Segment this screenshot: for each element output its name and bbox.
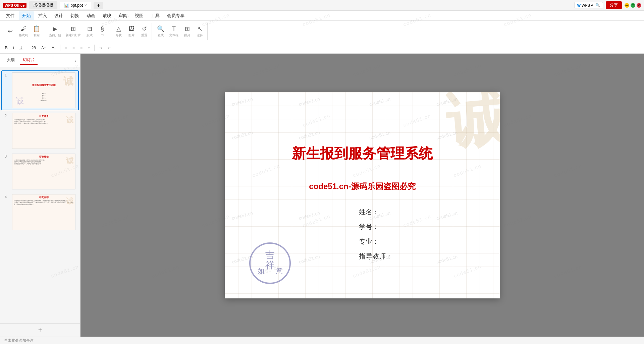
new-slide-button[interactable]: ⊞ 新建幻灯片: [64, 24, 83, 39]
reset-icon: ↺: [142, 25, 147, 33]
find-button[interactable]: 🔍 查找: [155, 24, 167, 39]
bold-button[interactable]: B: [3, 45, 10, 51]
slide-thumb-3: 研究现状 • 在国外较发达国家，用户身份识别与信息管理方面... • 国内许多高…: [12, 154, 75, 189]
separator-1: [27, 45, 27, 51]
menu-slideshow[interactable]: 放映: [99, 11, 115, 20]
slide-subtitle[interactable]: code51.cn-源码乐园盗图必究: [309, 181, 415, 192]
title-bar: WPS Office 找模板模板 📊 ppt.ppt ✕ + W WPS AI …: [0, 0, 644, 11]
arrange-button[interactable]: ⊞ 排列: [181, 24, 193, 39]
increase-font-button[interactable]: A+: [39, 45, 48, 51]
separator-3: [94, 45, 95, 51]
svg-text:如: 如: [258, 267, 264, 275]
paste-button[interactable]: 📋 粘贴: [31, 24, 43, 39]
notes-bar[interactable]: 单击此处添加备注: [0, 337, 644, 344]
new-slide-label: 新建幻灯片: [66, 33, 81, 38]
sidebar-tab-outline[interactable]: 大纲: [4, 56, 17, 64]
select-button[interactable]: ↖ 选择: [194, 24, 206, 39]
section-label: 节: [101, 33, 104, 38]
notes-placeholder[interactable]: 单击此处添加备注: [4, 338, 34, 343]
menu-view[interactable]: 视图: [131, 11, 147, 20]
template-tab-label: 找模板模板: [33, 2, 53, 8]
svg-text:吉: 吉: [265, 250, 275, 260]
toolbar: ↩ 🖌 格式刷 📋 粘贴 ▶ 当前开始 ⊞ 新建幻灯片 ⊟ 版式 § 节: [0, 21, 644, 42]
sidebar-tab-slides[interactable]: 幻灯片: [20, 56, 38, 65]
italic-button[interactable]: I: [11, 45, 16, 51]
arrange-icon: ⊞: [185, 25, 190, 33]
slide-number-4: 4: [5, 194, 10, 199]
align-right-button[interactable]: ≡: [78, 45, 85, 51]
select-label: 选择: [197, 33, 203, 38]
slide-info-fields[interactable]: 姓名： 学号： 专业： 指导教师：: [359, 205, 392, 264]
align-center-button[interactable]: ≡: [70, 45, 77, 51]
close-button[interactable]: ✕: [637, 3, 641, 8]
slide-item-4[interactable]: 4 研究内容 • 新生报到工作的需求分析和管理上的不同场景，新生报到服务管理系统…: [1, 192, 79, 232]
slide-canvas[interactable]: 诚 吉 祥 如 意 新生报到服务管理系统 code51.cn-源码乐园盗图必究 …: [225, 92, 500, 298]
textbox-icon: T: [172, 25, 176, 33]
menu-bar: 文件 开始 插入 设计 切换 动画 放映 审阅 视图 工具 会员专享: [0, 11, 644, 21]
picture-button[interactable]: 🖼 图片: [125, 24, 138, 39]
repeat-label: 重置: [141, 33, 147, 38]
decrease-font-button[interactable]: A-: [50, 45, 58, 51]
play-icon: ▶: [53, 25, 57, 33]
find-label: 查找: [158, 33, 164, 38]
slide-item-1[interactable]: 1 新生报到服务管理系统 姓名：学号：专业：指导教师： 诚 诚: [1, 70, 79, 110]
slide-thumb-4: 研究内容 • 新生报到工作的需求分析和管理上的不同场景，新生报到服务管理系统的模…: [12, 194, 75, 230]
slide-number-2: 2: [5, 113, 10, 118]
format-paint-button[interactable]: 🖌 格式刷: [17, 24, 30, 39]
shape-button[interactable]: △ 形状: [113, 24, 125, 39]
line-spacing-button[interactable]: ↕: [86, 45, 92, 51]
maximize-button[interactable]: □: [631, 3, 635, 8]
picture-label: 图片: [128, 33, 135, 38]
menu-design[interactable]: 设计: [51, 11, 66, 20]
slide-field-advisor: 指导教师：: [359, 249, 392, 264]
menu-animation[interactable]: 动画: [83, 11, 99, 20]
canvas-area[interactable]: 诚 吉 祥 如 意 新生报到服务管理系统 code51.cn-源码乐园盗图必究 …: [80, 54, 644, 337]
minimize-button[interactable]: —: [625, 3, 629, 8]
menu-insert[interactable]: 插入: [35, 11, 50, 20]
section-button[interactable]: § 节: [96, 24, 108, 39]
slide-item-2[interactable]: 2 研究背景 • 在当今信息化时代，高校新生报到工作面临众多挑战... • 传统…: [1, 111, 79, 151]
close-tab-icon[interactable]: ✕: [84, 3, 87, 7]
menu-tools[interactable]: 工具: [148, 11, 163, 20]
underline-button[interactable]: U: [17, 45, 24, 51]
main-area: 大纲 幻灯片 ‹ 1 新生报到服务管理系统 姓名：学号：专业：指导教师： 诚 诚: [0, 54, 644, 337]
file-tab[interactable]: 📊 ppt.ppt ✕: [60, 2, 91, 9]
start-label: 当前开始: [49, 33, 61, 38]
reset-button[interactable]: ↺ 重置: [138, 24, 150, 39]
layout-icon: ⊟: [87, 25, 92, 33]
wps-ai-button[interactable]: W WPS AI 🔍: [574, 2, 603, 8]
start-slideshow-button[interactable]: ▶ 当前开始: [47, 24, 63, 39]
title-bar-left: WPS Office 找模板模板 📊 ppt.ppt ✕ +: [3, 1, 103, 9]
menu-member[interactable]: 会员专享: [164, 11, 188, 20]
menu-file[interactable]: 文件: [3, 11, 18, 20]
undo-button[interactable]: ↩: [4, 24, 16, 39]
menu-home[interactable]: 开始: [19, 11, 34, 20]
layout-label: 版式: [87, 33, 93, 38]
format-paint-icon: 🖌: [20, 25, 26, 33]
toolbar-group-format: △ 形状 🖼 图片 ↺ 重置: [111, 23, 152, 40]
file-tab-label: ppt.ppt: [70, 3, 83, 8]
add-slide-icon: +: [38, 326, 42, 334]
share-button[interactable]: 分享: [606, 1, 622, 9]
format-bar: B I U 28 A+ A- ≡ ≡ ≡ ↕ ⇥ ⇤: [0, 42, 644, 54]
new-tab-btn[interactable]: +: [94, 2, 103, 9]
menu-transition[interactable]: 切换: [67, 11, 83, 20]
indent-decrease-button[interactable]: ⇤: [106, 45, 113, 51]
sidebar: 大纲 幻灯片 ‹ 1 新生报到服务管理系统 姓名：学号：专业：指导教师： 诚 诚: [0, 54, 80, 337]
template-tab[interactable]: 找模板模板: [29, 1, 57, 9]
layout-button[interactable]: ⊟ 版式: [84, 24, 96, 39]
sidebar-collapse-button[interactable]: ‹: [74, 58, 76, 63]
align-left-button[interactable]: ≡: [63, 45, 69, 51]
slide-field-student-id: 学号：: [359, 219, 392, 234]
slide-item-3[interactable]: 3 研究现状 • 在国外较发达国家，用户身份识别与信息管理方面... • 国内许…: [1, 152, 79, 191]
textbox-button[interactable]: T 文本框: [167, 24, 180, 39]
slide-field-major: 专业：: [359, 234, 392, 249]
slide-thumb-1: 新生报到服务管理系统 姓名：学号：专业：指导教师： 诚 诚: [12, 72, 75, 108]
slide-thumb-2: 研究背景 • 在当今信息化时代，高校新生报到工作面临众多挑战... • 传统的手…: [12, 113, 75, 149]
indent-increase-button[interactable]: ⇥: [97, 45, 104, 51]
add-slide-button[interactable]: +: [0, 323, 80, 337]
menu-review[interactable]: 审阅: [115, 11, 131, 20]
font-size-display[interactable]: 28: [30, 45, 38, 51]
undo-icon: ↩: [8, 27, 13, 35]
slide-title[interactable]: 新生报到服务管理系统: [292, 144, 433, 163]
